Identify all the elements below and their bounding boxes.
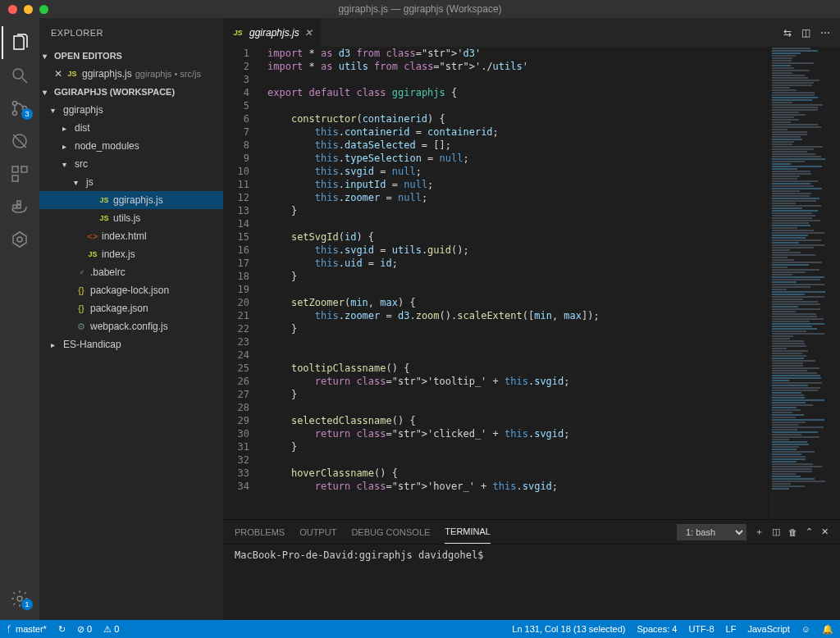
file-row[interactable]: {}package.json [39, 299, 223, 317]
file-row[interactable]: ⚙webpack.config.js [39, 317, 223, 335]
split-terminal-icon[interactable]: ◫ [772, 526, 780, 537]
workspace-header[interactable]: ▾GGIRAPHJS (WORKSPACE) [39, 83, 223, 101]
js-file-icon: JS [231, 29, 244, 37]
file-row[interactable]: {}package-lock.json [39, 281, 223, 299]
panel-tab-problems[interactable]: PROBLEMS [235, 520, 285, 544]
svg-rect-10 [13, 205, 16, 208]
svg-point-2 [13, 102, 17, 106]
errors-count[interactable]: ⊘ 0 [77, 624, 92, 635]
terminal-selector[interactable]: 1: bash [677, 524, 746, 540]
activity-bar: 3 1 [0, 18, 39, 638]
line-numbers: 1234567891011121314151617181920212223242… [223, 47, 261, 519]
split-editor-icon[interactable]: ◫ [801, 27, 810, 39]
extensions-icon[interactable] [2, 157, 38, 190]
notifications-icon[interactable]: 🔔 [822, 624, 833, 635]
folder-row[interactable]: ▾ggiraphjs [39, 101, 223, 119]
debug-icon[interactable] [2, 125, 38, 157]
modified-icon: ✕ [54, 68, 62, 80]
indentation[interactable]: Spaces: 4 [637, 624, 677, 635]
docker-icon[interactable] [2, 190, 38, 223]
kill-terminal-icon[interactable]: 🗑 [788, 527, 797, 537]
svg-rect-9 [12, 175, 18, 181]
titlebar: ggiraphjs.js — ggiraphjs (Workspace) [0, 0, 840, 18]
svg-point-0 [13, 69, 23, 79]
language-mode[interactable]: JavaScript [747, 624, 789, 635]
panel-tab-debug[interactable]: DEBUG CONSOLE [351, 520, 430, 544]
folder-row[interactable]: ▾src [39, 155, 223, 173]
editor-area: JS ggiraphjs.js ✕ ⇆ ◫ ⋯ 1234567891011121… [223, 18, 840, 638]
maximize-window[interactable] [39, 5, 48, 14]
file-row[interactable]: JSutils.js [39, 209, 223, 227]
feedback-icon[interactable]: ☺ [801, 624, 810, 635]
svg-marker-13 [13, 232, 26, 247]
folder-row[interactable]: ▾js [39, 173, 223, 191]
folder-row[interactable]: ▸dist [39, 119, 223, 137]
svg-rect-12 [17, 201, 21, 204]
minimize-window[interactable] [24, 5, 33, 14]
svg-line-1 [22, 78, 27, 83]
git-branch[interactable]: ᚶ master* [7, 624, 47, 634]
maximize-panel-icon[interactable]: ⌃ [806, 526, 813, 537]
sidebar-title: EXPLORER [39, 18, 223, 47]
eol[interactable]: LF [726, 624, 737, 635]
svg-rect-7 [12, 166, 18, 172]
svg-point-15 [17, 596, 22, 601]
close-panel-icon[interactable]: ✕ [821, 526, 829, 537]
minimap[interactable] [768, 47, 840, 519]
file-row[interactable]: JSggiraphjs.js [39, 191, 223, 209]
svg-point-3 [13, 112, 17, 116]
file-row[interactable]: <>index.html [39, 227, 223, 245]
open-editors-header[interactable]: ▾OPEN EDITORS [39, 47, 223, 65]
source-control-icon[interactable]: 3 [2, 92, 38, 125]
close-window[interactable] [8, 5, 17, 14]
compare-changes-icon[interactable]: ⇆ [783, 27, 792, 39]
file-tree: ▾ggiraphjs▸dist▸node_modules▾src▾jsJSggi… [39, 101, 223, 353]
folder-row[interactable]: ▸ES-Handicap [39, 335, 223, 353]
svg-rect-11 [17, 205, 21, 208]
sidebar: EXPLORER ▾OPEN EDITORS ✕ JS ggiraphjs.js… [39, 18, 223, 638]
settings-badge: 1 [21, 599, 33, 610]
file-row[interactable]: 𝄎.babelrc [39, 263, 223, 281]
kubernetes-icon[interactable] [2, 223, 38, 256]
file-row[interactable]: JSindex.js [39, 245, 223, 263]
window-title: ggiraphjs.js — ggiraphjs (Workspace) [338, 3, 501, 15]
panel-tab-terminal[interactable]: TERMINAL [445, 520, 491, 544]
search-icon[interactable] [2, 59, 38, 92]
sync-icon[interactable]: ↻ [58, 624, 66, 635]
svg-point-14 [17, 237, 22, 242]
tab-label: ggiraphjs.js [249, 27, 299, 39]
more-actions-icon[interactable]: ⋯ [820, 27, 830, 39]
settings-gear-icon[interactable]: 1 [2, 582, 38, 615]
svg-rect-8 [21, 166, 27, 172]
editor-tab[interactable]: JS ggiraphjs.js ✕ [223, 18, 322, 47]
cursor-position[interactable]: Ln 131, Col 18 (13 selected) [512, 624, 625, 635]
folder-row[interactable]: ▸node_modules [39, 137, 223, 155]
warnings-count[interactable]: ⚠ 0 [103, 624, 119, 635]
new-terminal-icon[interactable]: ＋ [755, 526, 764, 538]
panel-tab-output[interactable]: OUTPUT [299, 520, 336, 544]
open-editor-item[interactable]: ✕ JS ggiraphjs.js ggiraphjs • src/js [39, 65, 223, 83]
code-editor[interactable]: import * as d3 from class="str">'d3'impo… [261, 47, 768, 519]
status-bar: ᚶ master* ↻ ⊘ 0 ⚠ 0 Ln 131, Col 18 (13 s… [0, 620, 840, 638]
explorer-icon[interactable] [2, 26, 38, 59]
encoding[interactable]: UTF-8 [688, 624, 714, 635]
close-tab-icon[interactable]: ✕ [304, 27, 313, 39]
js-file-icon: JS [66, 70, 79, 78]
scm-badge: 3 [21, 108, 33, 120]
editor-tabs: JS ggiraphjs.js ✕ ⇆ ◫ ⋯ [223, 18, 840, 47]
